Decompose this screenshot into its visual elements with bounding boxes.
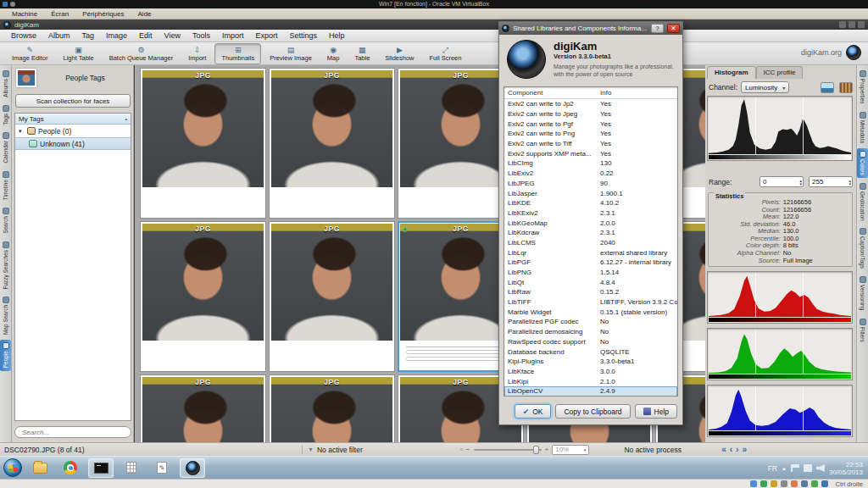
table-row[interactable]: LibPNG 1.5.14: [504, 268, 677, 278]
sidebar-tab[interactable]: Metadata: [857, 109, 868, 146]
table-row[interactable]: LibJasper 1.900.1: [504, 188, 677, 198]
sidebar-tab[interactable]: Timeline: [0, 169, 11, 202]
start-button[interactable]: [3, 458, 22, 477]
toolbar-button[interactable]: ▤ Preview Image: [263, 43, 319, 64]
zoom-slider[interactable]: [474, 446, 542, 454]
table-row[interactable]: Kipi-Plugins 3.3.0-beta1: [504, 357, 677, 367]
assign-face-icon[interactable]: ✚: [402, 225, 409, 234]
tree-item-people[interactable]: ▾ People (0): [15, 125, 131, 137]
table-row[interactable]: LibCImg 130: [504, 158, 677, 169]
sidebar-tab[interactable]: Calendar: [0, 130, 11, 165]
sidebar-tab[interactable]: Properties: [857, 68, 868, 107]
network-icon[interactable]: [804, 464, 812, 472]
thumbnail-item[interactable]: JPG: [140, 221, 266, 372]
table-row[interactable]: LibKipi 2.1.0: [504, 376, 677, 386]
menu-item[interactable]: Tools: [186, 31, 216, 40]
table-row[interactable]: Exiv2 supports XMP meta... Yes: [504, 148, 677, 158]
sidebar-tab[interactable]: Map Search: [0, 294, 11, 337]
table-row[interactable]: LibKDE 4.10.2: [504, 198, 677, 208]
thumbnail-item[interactable]: JPG: [269, 68, 395, 219]
channel-select[interactable]: Luminosity ▾: [741, 81, 789, 93]
tab-histogram[interactable]: Histogram: [707, 66, 756, 79]
logarithmic-scale-button[interactable]: [839, 82, 853, 93]
taskbar-notepad[interactable]: ✎: [149, 458, 175, 478]
dialog-close-button[interactable]: ✕: [667, 24, 680, 33]
range-min-spinbox[interactable]: 0 ▴▾: [760, 176, 804, 187]
table-row[interactable]: LibLCMS 2040: [504, 238, 677, 248]
zoom-out-icon[interactable]: −: [466, 446, 470, 453]
copy-to-clipboard-button[interactable]: Copy to Clipboard: [555, 404, 630, 419]
scan-collection-button[interactable]: Scan collection for faces: [15, 94, 131, 108]
zoom-slider-handle[interactable]: [533, 446, 539, 454]
toolbar-button[interactable]: ▦ Table: [348, 43, 376, 64]
table-row[interactable]: LibKdcraw 2.3.1: [504, 228, 677, 238]
action-center-flag-icon[interactable]: [791, 464, 799, 472]
thumbnail-item[interactable]: JPG: [140, 374, 266, 442]
fit-window-icon[interactable]: ▫: [460, 446, 463, 453]
thumbnail-item[interactable]: JPG: [269, 221, 395, 372]
vbox-menu-item[interactable]: Aide: [131, 10, 159, 18]
sidebar-tab[interactable]: Filters: [857, 316, 868, 345]
menu-item[interactable]: Browse: [5, 31, 42, 40]
toolbar-button[interactable]: ◉ Map: [320, 43, 347, 64]
filter-funnel-icon[interactable]: ▼: [308, 446, 314, 452]
maximize-button[interactable]: [849, 21, 855, 28]
table-row[interactable]: Exiv2 can write to Png Yes: [504, 129, 677, 139]
menu-item[interactable]: Help: [323, 31, 351, 40]
linear-scale-button[interactable]: [821, 82, 834, 93]
minimize-button[interactable]: [839, 21, 846, 28]
toolbar-button[interactable]: ⤢ Full Screen: [423, 43, 469, 64]
vbox-menu-item[interactable]: Périphériques: [75, 10, 131, 18]
digikam-org-link[interactable]: digiKam.org: [801, 48, 842, 57]
menu-item[interactable]: View: [159, 31, 186, 40]
sidebar-tab[interactable]: Geolocation: [857, 180, 868, 224]
taskbar-chrome[interactable]: [58, 458, 83, 478]
table-row[interactable]: Exiv2 can write to Jpeg Yes: [504, 109, 677, 119]
sidebar-tab[interactable]: Albums: [0, 68, 11, 100]
toolbar-button[interactable]: ✎ Image Editor: [5, 43, 55, 64]
nav-arrow-button[interactable]: ‹: [730, 446, 732, 454]
table-row[interactable]: Exiv2 can write to Jp2 Yes: [504, 99, 677, 109]
table-row[interactable]: Exiv2 can write to Pgf Yes: [504, 119, 677, 129]
menu-item[interactable]: Import: [216, 31, 250, 40]
toolbar-button[interactable]: ⚙ Batch Queue Manager: [103, 43, 180, 64]
nav-arrow-button[interactable]: ›: [736, 446, 738, 454]
thumbnail-item[interactable]: JPG: [269, 374, 395, 442]
table-row[interactable]: LibExiv2 0.22: [504, 169, 677, 179]
zoom-in-icon[interactable]: +: [545, 446, 549, 453]
spin-down-icon[interactable]: ▾: [799, 182, 802, 186]
volume-icon[interactable]: [816, 464, 825, 472]
taskbar-digikam[interactable]: [180, 458, 205, 478]
nav-arrow-button[interactable]: »: [742, 446, 747, 454]
table-row[interactable]: LibRaw 0.15.2: [504, 287, 677, 297]
tags-tree-header[interactable]: My Tags ▴: [15, 114, 131, 125]
table-row[interactable]: LibJPEG 90: [504, 179, 677, 189]
vbox-menu-item[interactable]: Machine: [5, 10, 44, 18]
help-button[interactable]: Help: [635, 404, 677, 419]
menu-item[interactable]: Tag: [76, 31, 101, 40]
spin-down-icon[interactable]: ▾: [849, 182, 851, 186]
tags-search-input[interactable]: [14, 426, 131, 438]
sidebar-tab[interactable]: Caption/Tags: [857, 225, 868, 271]
sidebar-tab[interactable]: Search: [0, 205, 11, 236]
menu-item[interactable]: Album: [42, 31, 76, 40]
sidebar-tab[interactable]: Colors: [857, 148, 868, 178]
taskbar-terminal[interactable]: [88, 458, 114, 478]
table-row[interactable]: LibKface 3.0.0: [504, 367, 677, 377]
zoom-level-select[interactable]: 10% ▾: [552, 445, 589, 455]
expand-caret-icon[interactable]: ▾: [19, 128, 25, 135]
language-indicator[interactable]: FR: [768, 464, 777, 473]
thumbnail-item[interactable]: JPG: [140, 68, 266, 219]
tree-item-unknown[interactable]: Unknown (41): [15, 137, 131, 150]
taskbar-calculator[interactable]: [119, 458, 144, 478]
toolbar-button[interactable]: ▣ Light Table: [57, 43, 101, 64]
taskbar-clock[interactable]: 22:53 30/05/2013: [829, 461, 866, 476]
sidebar-tab[interactable]: Fuzzy Searches: [0, 239, 11, 292]
table-row[interactable]: LibOpenCV 2.4.9: [504, 386, 677, 396]
tab-icc-profile[interactable]: ICC profile: [756, 66, 804, 79]
toolbar-button[interactable]: ⊞ Thumbnails: [214, 43, 261, 64]
menu-item[interactable]: Edit: [133, 31, 159, 40]
table-row[interactable]: Exiv2 can write to Tiff Yes: [504, 139, 677, 149]
vbox-menu-item[interactable]: Écran: [44, 10, 75, 18]
table-row[interactable]: Marble Widget 0.15.1 (stable version): [504, 307, 677, 317]
